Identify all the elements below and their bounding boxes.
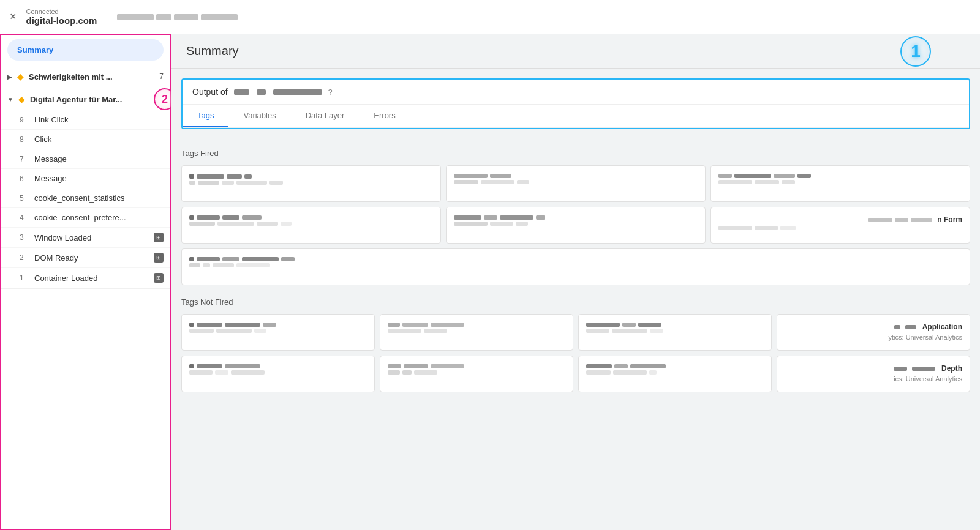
sidebar-item-message-7[interactable]: 7 Message [0,149,171,169]
top-bar: × Connected digital-loop.com [0,0,980,34]
item-badge: ⊞ [154,233,164,242]
output-tabs: Tags Variables Data Layer Errors [183,105,969,128]
item-label: Window Loaded [34,233,146,242]
tag-card-application[interactable]: Application ytics: Universal Analytics [777,314,970,351]
sidebar-items: ▶ ◆ Schwierigkeiten mit ... 7 ▼ ◆ Digita… [0,65,171,530]
tags-not-fired-grid: Application ytics: Universal Analytics [181,314,970,392]
content-area: Summary 1 Output of ? Tags Variables Dat… [172,34,980,530]
step-badge-2: 2 [154,88,171,110]
tag-card[interactable] [181,207,441,244]
tags-content: Tags Fired [172,139,980,530]
item-num: 4 [20,214,29,222]
item-label: Message [34,174,164,183]
tags-not-fired-label: Tags Not Fired [181,297,970,307]
item-num: 9 [20,116,29,124]
tab-errors[interactable]: Errors [359,105,410,127]
page-title: Summary [186,44,239,58]
item-label: Container Loaded [34,274,146,283]
sidebar-item-link-click[interactable]: 9 Link Click [0,110,171,130]
item-label: cookie_consent_prefere... [34,213,164,222]
sidebar-item-dom-ready[interactable]: 2 DOM Ready ⊞ [0,248,171,268]
item-num: 5 [20,194,29,203]
tag-card-not-fired[interactable] [578,314,772,351]
item-num: 1 [20,274,29,282]
diamond-icon-2: ◆ [18,94,25,104]
tab-data-layer[interactable]: Data Layer [291,105,360,127]
depth-label: Depth [941,364,962,373]
sidebar-group-2: ▼ ◆ Digital Agentur für Mar... 2 9 Link … [0,88,171,289]
tag-card-not-fired[interactable] [380,356,573,392]
item-badge: ⊞ [154,273,164,283]
sidebar: Summary ▶ ◆ Schwierigkeiten mit ... 7 ▼ … [0,34,172,530]
tag-card[interactable] [710,165,970,202]
application-sublabel: ytics: Universal Analytics [785,334,962,341]
step-badge-1: 1 [900,36,931,67]
output-panel: Output of ? Tags Variables Data Layer Er… [181,78,970,129]
sidebar-item-click[interactable]: 8 Click [0,130,171,149]
output-header: Output of ? [183,80,969,105]
content-header: Summary 1 [172,34,980,69]
diamond-icon: ◆ [17,72,24,81]
tags-fired-grid: n Form [181,165,970,285]
tag-card-depth[interactable]: Depth ics: Universal Analytics [777,356,970,392]
help-icon[interactable]: ? [328,88,333,97]
item-num: 6 [20,174,29,183]
tag-card[interactable] [446,165,706,202]
sidebar-item-container-loaded[interactable]: 1 Container Loaded ⊞ [0,268,171,288]
tag-card-not-fired[interactable] [181,356,375,392]
depth-sublabel: ics: Universal Analytics [785,375,962,383]
domain-info: Connected digital-loop.com [26,8,97,26]
chevron-icon: ▼ [7,96,13,103]
item-num: 7 [20,155,29,163]
item-num: 2 [20,253,29,262]
tab-variables[interactable]: Variables [228,105,290,127]
sidebar-item-message-6[interactable]: 6 Message [0,169,171,188]
tags-fired-label: Tags Fired [181,149,970,158]
sidebar-item-cookie-statistics[interactable]: 5 cookie_consent_statistics [0,188,171,208]
tag-card-form[interactable]: n Form [710,207,970,244]
group-count-1: 7 [159,72,164,81]
chevron-icon: ▶ [7,73,12,80]
item-badge: ⊞ [154,253,164,263]
sidebar-group-header-1[interactable]: ▶ ◆ Schwierigkeiten mit ... 7 [0,65,171,88]
item-label: Message [34,154,164,163]
sidebar-group-1: ▶ ◆ Schwierigkeiten mit ... 7 [0,65,171,88]
domain-url: digital-loop.com [26,15,97,26]
item-num: 8 [20,135,29,144]
sidebar-group-header-2[interactable]: ▼ ◆ Digital Agentur für Mar... 2 [0,88,171,110]
item-label: Link Click [34,115,164,124]
main-layout: Summary ▶ ◆ Schwierigkeiten mit ... 7 ▼ … [0,34,980,530]
tab-tags[interactable]: Tags [183,105,228,127]
sidebar-item-window-loaded[interactable]: 3 Window Loaded ⊞ [0,228,171,248]
tag-card-not-fired[interactable] [578,356,772,392]
item-label: DOM Ready [34,253,146,263]
tag-card-not-fired[interactable] [380,314,573,351]
summary-button[interactable]: Summary [7,39,164,61]
group-label-2: Digital Agentur für Mar... [30,95,164,104]
sidebar-item-cookie-pref[interactable]: 4 cookie_consent_prefere... [0,208,171,228]
item-num: 3 [20,233,29,242]
connected-status: Connected [26,8,97,15]
tag-card[interactable] [181,165,441,202]
tag-card[interactable] [181,248,970,285]
item-label: Click [34,135,164,144]
output-title: Output of [192,87,228,97]
application-label: Application [922,323,962,331]
separator [107,8,107,26]
tag-card[interactable] [446,207,706,244]
n-form-label: n Form [937,215,962,224]
close-button[interactable]: × [10,10,17,23]
blurred-url [117,14,238,20]
group-label-1: Schwierigkeiten mit ... [29,72,152,81]
item-label: cookie_consent_statistics [34,193,164,203]
tag-card-not-fired[interactable] [181,314,375,351]
